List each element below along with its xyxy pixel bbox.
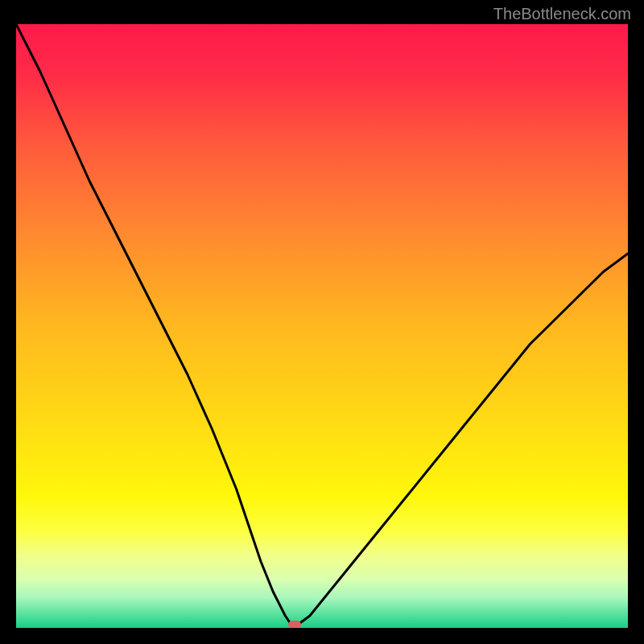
watermark-text: TheBottleneck.com [493, 5, 631, 23]
chart-frame: TheBottleneck.com [0, 0, 644, 644]
background-gradient [16, 24, 628, 628]
plot-area [16, 24, 628, 628]
svg-rect-0 [16, 24, 628, 628]
